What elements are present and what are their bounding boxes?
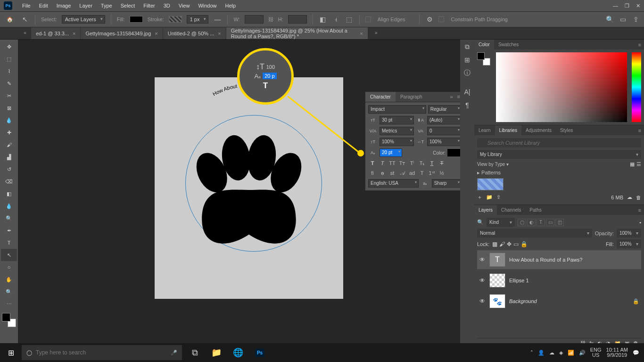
share-icon[interactable]: ⇪ — [632, 15, 640, 24]
trash-icon[interactable]: 🗑 — [636, 195, 641, 200]
link-icon[interactable]: ⛓ — [268, 16, 273, 22]
menu-image[interactable]: Image — [52, 1, 75, 10]
tab-layers[interactable]: Layers — [474, 205, 497, 215]
crop-tool-icon[interactable]: ✂ — [1, 90, 17, 102]
swash-icon[interactable]: st — [388, 169, 396, 177]
vscale-field[interactable]: 100% — [380, 138, 414, 146]
list-view-icon[interactable]: ☰ — [636, 161, 641, 167]
history-icon[interactable]: ⧉ — [462, 41, 472, 52]
opacity-field[interactable]: 100% — [617, 229, 641, 238]
layer-item[interactable]: 👁 🐾 Background 🔒 — [477, 292, 641, 311]
fractions-icon[interactable]: 1ˢᵗ — [428, 169, 436, 177]
quick-select-tool-icon[interactable]: ✎ — [1, 77, 17, 90]
layer-name[interactable]: Background — [509, 298, 629, 304]
gear-icon[interactable]: ⚙ — [425, 15, 434, 24]
select-layers-dropdown[interactable]: Active Layers — [62, 15, 105, 24]
explorer-icon[interactable]: 📁 — [206, 343, 226, 362]
kerning-field[interactable]: Metrics — [380, 127, 414, 135]
faux-italic-icon[interactable]: T — [378, 159, 387, 167]
home-button[interactable]: 🏠 — [4, 14, 16, 25]
filter-toggle[interactable]: • — [639, 220, 641, 225]
type-tool-icon[interactable]: T — [1, 237, 17, 249]
tray-overflow-icon[interactable]: ˄ — [530, 350, 533, 356]
marquee-tool-icon[interactable]: ⬚ — [1, 53, 17, 65]
fill-field[interactable]: 100% — [617, 239, 641, 248]
fill-swatch[interactable] — [130, 16, 143, 23]
tab-overflow-right[interactable]: » — [370, 27, 382, 39]
document-tab[interactable]: GettyImages-131584349.jpg @ 25% (How Abo… — [226, 27, 368, 39]
tracking-field[interactable]: 0 — [427, 127, 460, 135]
stroke-width-dropdown[interactable]: 1 px — [187, 15, 209, 24]
upload-icon[interactable]: ⇧ — [496, 194, 501, 200]
history-brush-tool-icon[interactable]: ↺ — [1, 163, 17, 175]
stylistic-icon[interactable]: 𝒜 — [398, 169, 406, 177]
font-family-dropdown[interactable]: Impact — [368, 105, 426, 114]
text-color-swatch[interactable] — [447, 149, 460, 156]
workspace-icon[interactable]: ▭ — [619, 15, 627, 24]
brush-tool-icon[interactable]: 🖌 — [1, 139, 17, 151]
color-picker[interactable] — [496, 52, 627, 122]
visibility-icon[interactable]: 👁 — [479, 256, 486, 263]
align-icon[interactable]: ⫞ — [332, 15, 340, 24]
panel-controls[interactable]: » ≡ — [447, 92, 460, 102]
healing-tool-icon[interactable]: ✚ — [1, 126, 17, 139]
gradient-tool-icon[interactable]: ◧ — [1, 188, 17, 200]
tab-close-icon[interactable]: × — [73, 31, 75, 36]
path-ops-icon[interactable]: ◧ — [319, 15, 327, 24]
faux-bold-icon[interactable]: T — [368, 159, 377, 167]
panel-menu-icon[interactable]: ≡ — [636, 206, 644, 215]
tab-adjustments[interactable]: Adjustments — [521, 125, 556, 135]
info-icon[interactable]: ⓘ — [462, 68, 472, 78]
lock-trans-icon[interactable]: ▩ — [492, 241, 497, 247]
add-content-icon[interactable]: ＋ — [477, 194, 482, 201]
cloud-icon[interactable]: ☁ — [627, 194, 632, 200]
close-icon[interactable]: ✕ — [636, 3, 640, 9]
menu-help[interactable]: Help — [221, 1, 240, 10]
clock[interactable]: 10:11 AM9/9/2019 — [606, 347, 628, 358]
filter-smart-icon[interactable]: ◫ — [555, 219, 564, 226]
menu-view[interactable]: View — [174, 1, 194, 10]
lock-pixel-icon[interactable]: 🖌 — [499, 241, 505, 247]
panel-menu-icon[interactable]: ≡ — [636, 40, 644, 49]
move-tool-icon[interactable]: ✥ — [1, 41, 17, 53]
stroke-options-icon[interactable]: — — [213, 15, 222, 24]
menu-layer[interactable]: Layer — [75, 1, 97, 10]
stroke-swatch[interactable] — [169, 16, 182, 23]
allcaps-icon[interactable]: TT — [388, 159, 396, 167]
smallcaps-icon[interactable]: Tᴛ — [398, 159, 406, 167]
tab-character[interactable]: Character — [365, 92, 396, 102]
wifi-icon[interactable]: 📶 — [568, 350, 574, 356]
shape-tool-icon[interactable]: ○ — [1, 261, 17, 273]
tab-close-icon[interactable]: × — [218, 31, 221, 36]
font-size-field[interactable]: 30 pt — [380, 116, 414, 124]
filter-shape-icon[interactable]: ▭ — [546, 219, 554, 226]
start-button[interactable]: ⊞ — [0, 343, 22, 362]
blend-mode-dropdown[interactable]: Normal — [477, 229, 592, 238]
grid-view-icon[interactable]: ▦ — [630, 161, 635, 167]
subscript-icon[interactable]: T₁ — [418, 159, 426, 167]
menu-select[interactable]: Select — [116, 1, 140, 10]
width-input[interactable] — [245, 15, 264, 24]
language-indicator[interactable]: ENGUS — [590, 347, 602, 358]
arrange-icon[interactable]: ⬚ — [345, 15, 354, 24]
library-search-input[interactable] — [477, 138, 641, 148]
panel-menu-icon[interactable]: ≡ — [636, 126, 644, 135]
notifications-icon[interactable]: 💬 — [633, 350, 639, 356]
leading-field[interactable]: (Auto) — [427, 116, 460, 124]
document-tab[interactable]: ed-1 @ 33.3...× — [31, 27, 80, 39]
height-input[interactable] — [288, 15, 307, 24]
zoom-tool-icon[interactable]: 🔍 — [1, 286, 17, 298]
frame-tool-icon[interactable]: ⊠ — [1, 102, 17, 114]
folder-icon[interactable]: 📁 — [486, 194, 493, 200]
layer-name[interactable]: Ellipse 1 — [509, 278, 639, 283]
properties-icon[interactable]: ⊞ — [462, 55, 472, 65]
people-icon[interactable]: 👤 — [538, 350, 545, 356]
minimize-icon[interactable]: — — [613, 3, 618, 9]
font-style-dropdown[interactable]: Regular — [428, 105, 460, 114]
contextual-icon[interactable]: ɵ — [378, 169, 387, 177]
view-by-label[interactable]: View by Type ▾ — [477, 162, 509, 167]
baseline-field[interactable]: 20 pt — [380, 148, 402, 157]
half-icon[interactable]: ½ — [438, 169, 446, 177]
tab-libraries[interactable]: Libraries — [495, 125, 521, 135]
menu-window[interactable]: Window — [194, 1, 221, 10]
